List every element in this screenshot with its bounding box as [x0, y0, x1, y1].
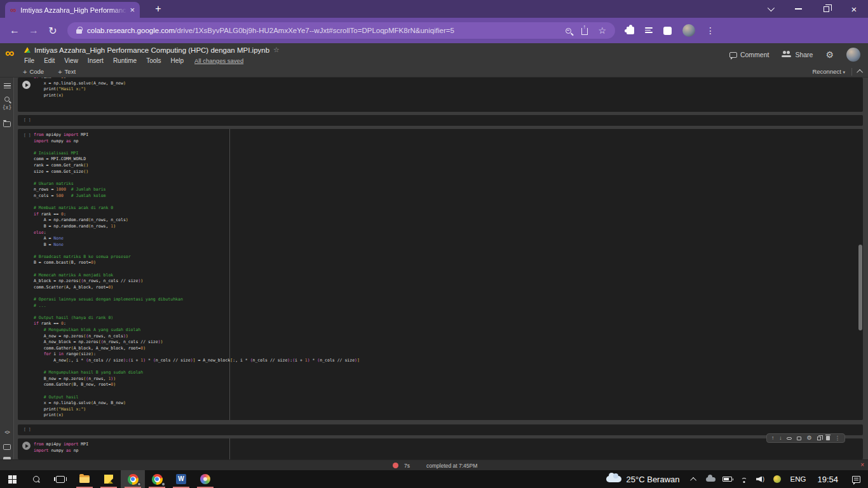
battery-icon [722, 477, 732, 482]
code-line: B = None [34, 242, 360, 248]
run-cell-button[interactable] [22, 442, 31, 450]
files-icon[interactable] [0, 118, 14, 130]
browser-tab-strip: ∞ Imtiyas Azzahra_High Performanc × + × [0, 0, 868, 18]
taskbar-clock[interactable]: 19:54 [811, 475, 844, 484]
language-indicator[interactable]: ENG [785, 475, 811, 483]
code-snippets-icon[interactable]: <> [0, 430, 14, 435]
url-text[interactable]: colab.research.google.com/drive/1XsByvPA… [87, 27, 454, 34]
show-hidden-icons-button[interactable] [686, 470, 703, 488]
add-text-button[interactable]: +Text [58, 68, 76, 76]
run-cell-button[interactable] [22, 81, 31, 89]
browser-tab[interactable]: ∞ Imtiyas Azzahra_High Performanc × [5, 2, 140, 18]
collapse-header-icon[interactable] [857, 69, 863, 76]
word-button[interactable]: W [169, 470, 193, 488]
browser-menu-kebab-icon[interactable]: ⋮ [706, 25, 715, 36]
zoom-icon[interactable] [566, 28, 571, 34]
tab-search-button[interactable] [756, 0, 784, 18]
task-view-button[interactable] [48, 470, 72, 488]
table-of-contents-icon[interactable] [0, 81, 14, 92]
window-minimize-button[interactable] [784, 0, 812, 18]
extensions-puzzle-icon[interactable] [627, 27, 634, 34]
delete-cell-icon[interactable] [826, 436, 830, 440]
code-line: n_rows = 1000 # Jumlah baris [34, 187, 360, 193]
bookmark-star-icon[interactable]: ☆ [598, 25, 606, 36]
dismiss-status-icon[interactable]: × [860, 461, 864, 468]
notebook-title[interactable]: Imtiyas Azzahra_High Performance Computi… [34, 46, 269, 54]
url-path: /drive/1XsByvPALG0bj9h-HU2AmxXeYe7--wJxt… [175, 27, 454, 34]
address-bar[interactable]: colab.research.google.com/drive/1XsByvPA… [67, 22, 615, 39]
code-editor[interactable]: from mpi4py import MPIimport numpy as np… [34, 132, 360, 419]
reload-button[interactable]: ↻ [43, 25, 62, 37]
share-page-icon[interactable] [581, 28, 588, 35]
add-code-button[interactable]: +Code [23, 68, 44, 76]
volume-tray-icon[interactable]: ) [752, 470, 769, 488]
settings-gear-icon[interactable]: ⚙ [825, 50, 834, 60]
chrome-secondary-button[interactable] [145, 470, 169, 488]
reconnect-button[interactable]: Reconnect ▾ [812, 68, 845, 75]
code-cell-bottom[interactable]: ↑ ↓ ⚙ ⋮ from mpi4py import MPIimport num… [18, 438, 863, 459]
app-tray-icon[interactable] [769, 470, 785, 488]
menu-file[interactable]: File [24, 57, 34, 64]
move-cell-up-icon[interactable]: ↑ [771, 434, 774, 442]
comment-button[interactable]: Comment [729, 51, 770, 58]
new-tab-button[interactable]: + [151, 3, 165, 15]
lock-icon[interactable] [76, 29, 82, 34]
link-to-cell-icon[interactable] [787, 437, 792, 440]
search-icon[interactable] [0, 93, 14, 104]
code-line: x = np.linalg.solve(A_new, B_new) [34, 400, 360, 407]
notebook-scroll-area[interactable]: if rank == 0: x = np.linalg.solve(A_new,… [14, 78, 863, 459]
code-editor[interactable]: if rank == 0: x = np.linalg.solve(A_new,… [34, 78, 126, 98]
mirror-cell-icon[interactable] [817, 437, 821, 440]
move-cell-down-icon[interactable]: ↓ [779, 434, 782, 442]
word-icon: W [176, 474, 186, 484]
battery-tray-icon[interactable] [719, 470, 736, 488]
autosave-status[interactable]: All changes saved [194, 57, 243, 64]
menu-view[interactable]: View [64, 57, 78, 64]
scrollbar-thumb[interactable] [858, 245, 862, 330]
add-comment-icon[interactable] [797, 437, 801, 440]
empty-code-cell[interactable]: [ ] [18, 115, 863, 126]
code-cell-scrolled[interactable]: if rank == 0: x = np.linalg.solve(A_new,… [18, 78, 863, 112]
tab-close-icon[interactable]: × [130, 5, 135, 15]
reading-list-icon[interactable] [645, 27, 653, 34]
start-button[interactable] [0, 470, 24, 488]
window-close-button[interactable]: × [840, 0, 868, 18]
taskbar-search-button[interactable] [24, 470, 48, 488]
extension-shortcut-icon[interactable] [663, 27, 672, 35]
colab-logo[interactable]: ∞ [5, 46, 13, 60]
onedrive-tray-icon[interactable] [703, 470, 719, 488]
code-line: # Ukuran matriks [34, 181, 360, 187]
share-button[interactable]: Share [782, 51, 813, 58]
cell-menu-kebab-icon[interactable]: ⋮ [835, 434, 841, 442]
file-explorer-button[interactable] [72, 470, 97, 488]
forward-button[interactable]: → [24, 25, 43, 36]
menu-insert[interactable]: Insert [88, 57, 104, 64]
browser-profile-avatar[interactable] [682, 24, 695, 37]
notification-center-button[interactable] [852, 476, 860, 483]
empty-code-cell[interactable]: [ ] [18, 424, 863, 435]
code-line: from mpi4py import MPI [34, 132, 360, 139]
sticky-notes-icon [104, 475, 113, 484]
browser-toolbar: ← → ↻ colab.research.google.com/drive/1X… [0, 18, 868, 43]
window-restore-button[interactable] [812, 0, 840, 18]
code-editor[interactable]: from mpi4py import MPIimport numpy as np [34, 442, 88, 454]
variables-icon[interactable]: {x} [0, 105, 14, 111]
wifi-tray-icon[interactable] [736, 470, 752, 488]
cell-settings-gear-icon[interactable]: ⚙ [806, 434, 811, 442]
sticky-notes-button[interactable] [97, 470, 121, 488]
command-palette-icon[interactable] [0, 441, 14, 452]
menu-help[interactable]: Help [170, 57, 184, 64]
menu-edit[interactable]: Edit [44, 57, 55, 64]
menu-tools[interactable]: Tools [146, 57, 161, 64]
code-cell-main[interactable]: [ ] from mpi4py import MPIimport numpy a… [18, 129, 863, 420]
back-button[interactable]: ← [5, 25, 24, 36]
star-notebook-icon[interactable]: ☆ [273, 46, 280, 54]
account-avatar[interactable] [846, 48, 860, 62]
colored-app-icon [773, 475, 781, 483]
menu-runtime[interactable]: Runtime [113, 57, 137, 64]
paint-button[interactable] [193, 470, 217, 488]
code-line: A_block = np.zeros((n_rows, n_cols // si… [34, 278, 360, 285]
caret-down-icon: ▾ [843, 70, 845, 74]
weather-widget[interactable]: 25°C Berawan [600, 470, 686, 488]
chrome-active-button[interactable] [121, 470, 145, 488]
